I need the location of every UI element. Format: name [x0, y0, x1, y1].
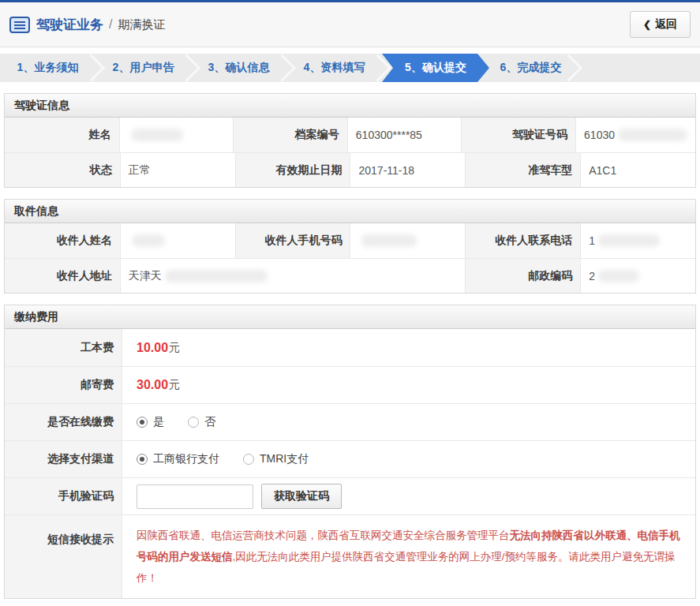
- step-6-complete-submit[interactable]: 6、完成提交: [477, 54, 573, 82]
- vehicle-class-value: A1C1: [580, 152, 695, 187]
- postage-fee-amount: 30.00: [137, 378, 168, 392]
- pay-channel-label: 选择支付渠道: [5, 440, 122, 477]
- step-1-business-notes[interactable]: 1、业务须知: [0, 54, 95, 82]
- license-number-value: 61030: [575, 118, 695, 152]
- postage-fee-label: 邮寄费: [5, 366, 122, 403]
- online-pay-no-label: 否: [204, 415, 215, 429]
- status-label: 状态: [5, 152, 120, 187]
- online-pay-options: 是 否: [122, 403, 695, 440]
- breadcrumb-separator: /: [109, 17, 112, 32]
- step-2-user-declaration[interactable]: 2、用户申告: [95, 54, 191, 82]
- recipient-mobile-value: [350, 223, 465, 258]
- pickup-info-row-1: 收件人姓名 收件人手机号码 收件人联系电话 1: [5, 223, 695, 258]
- step-3-confirm-info[interactable]: 3、确认信息: [191, 54, 286, 82]
- expiry-value: 2017-11-18: [350, 152, 465, 187]
- cost-fee-row: 工本费 10.00 元: [5, 329, 695, 366]
- pay-channel-option-icbc[interactable]: 工商银行支付: [137, 452, 219, 466]
- pay-channel-options: 工商银行支付 TMRI支付: [122, 440, 695, 477]
- redacted-blur: [598, 270, 639, 282]
- vehicle-class-label: 准驾车型: [465, 152, 580, 187]
- license-info-section: 驾驶证信息 姓名 档案编号 610300****85 驾驶证号码 61030 状…: [4, 93, 696, 188]
- expiry-label: 有效期止日期: [235, 152, 350, 187]
- license-info-row-1: 姓名 档案编号 610300****85 驾驶证号码 61030: [5, 118, 695, 152]
- pickup-info-row-2: 收件人地址 天津天 邮政编码 2: [5, 258, 695, 293]
- license-info-title: 驾驶证信息: [5, 94, 695, 118]
- page-title: 驾驶证业务: [36, 16, 103, 34]
- pickup-info-title: 取件信息: [5, 200, 695, 223]
- cost-fee-value: 10.00 元: [122, 329, 695, 366]
- pickup-info-section: 取件信息 收件人姓名 收件人手机号码 收件人联系电话 1 收件人地址 天津天 邮…: [4, 199, 696, 294]
- name-label: 姓名: [5, 118, 119, 152]
- radio-checked-icon[interactable]: [137, 417, 148, 428]
- recipient-address-value: 天津天: [120, 258, 466, 293]
- pay-channel-tmri-label: TMRI支付: [260, 452, 309, 466]
- cost-fee-unit: 元: [169, 341, 180, 355]
- back-button-label: 返回: [655, 17, 677, 32]
- radio-unchecked-icon[interactable]: [243, 454, 254, 465]
- step-5-confirm-submit[interactable]: 5、确认提交: [382, 54, 489, 82]
- online-pay-option-no[interactable]: 否: [188, 415, 215, 429]
- chevron-left-icon: ❮: [643, 19, 651, 30]
- payment-section: 缴纳费用 工本费 10.00 元 邮寄费 30.00 元 是否在线缴费 是 否 …: [4, 305, 696, 599]
- online-pay-option-yes[interactable]: 是: [137, 415, 164, 429]
- payment-title: 缴纳费用: [5, 305, 695, 329]
- recipient-mobile-label: 收件人手机号码: [235, 223, 350, 258]
- page-header: 驾驶证业务 / 期满换证 ❮ 返回: [0, 2, 700, 47]
- file-number-value: 610300****85: [347, 118, 462, 152]
- sms-notice-label: 短信接收提示: [5, 514, 122, 598]
- recipient-phone-value: 1: [580, 223, 695, 258]
- online-pay-row: 是否在线缴费 是 否: [5, 403, 695, 440]
- redacted-blur: [165, 270, 268, 282]
- sms-code-row: 手机验证码 获取验证码: [5, 477, 695, 514]
- file-number-label: 档案编号: [233, 118, 347, 152]
- postal-code-label: 邮政编码: [465, 258, 580, 293]
- status-value: 正常: [120, 152, 235, 187]
- redacted-blur: [131, 129, 183, 141]
- postage-fee-unit: 元: [169, 378, 180, 392]
- redacted-blur: [618, 129, 687, 141]
- online-pay-label: 是否在线缴费: [5, 403, 122, 440]
- name-value: [119, 118, 234, 152]
- postage-fee-value: 30.00 元: [122, 366, 695, 403]
- back-button[interactable]: ❮ 返回: [630, 11, 691, 38]
- radio-checked-icon[interactable]: [137, 454, 148, 465]
- license-number-label: 驾驶证号码: [461, 118, 575, 152]
- form-list-icon: [9, 17, 30, 33]
- cost-fee-amount: 10.00: [137, 341, 168, 355]
- step-progress-bar: 1、业务须知 2、用户申告 3、确认信息 4、资料填写 5、确认提交 6、完成提…: [0, 54, 700, 82]
- radio-unchecked-icon[interactable]: [188, 417, 199, 428]
- recipient-name-value: [120, 223, 235, 258]
- license-info-row-2: 状态 正常 有效期止日期 2017-11-18 准驾车型 A1C1: [5, 152, 695, 187]
- online-pay-yes-label: 是: [153, 415, 164, 429]
- redacted-blur: [361, 234, 417, 247]
- postal-code-value: 2: [580, 258, 695, 293]
- sms-notice-row: 短信接收提示 因陕西省联通、电信运营商技术问题，陕西省互联网交通安全综合服务管理…: [5, 514, 695, 598]
- recipient-name-label: 收件人姓名: [5, 223, 120, 258]
- sms-code-field: 获取验证码: [122, 477, 695, 514]
- redacted-blur: [132, 234, 165, 247]
- postage-fee-row: 邮寄费 30.00 元: [5, 366, 695, 403]
- pay-channel-row: 选择支付渠道 工商银行支付 TMRI支付: [5, 440, 695, 477]
- sms-code-input[interactable]: [137, 484, 253, 509]
- pay-channel-option-tmri[interactable]: TMRI支付: [243, 452, 309, 466]
- recipient-phone-label: 收件人联系电话: [465, 223, 580, 258]
- get-sms-code-button[interactable]: 获取验证码: [261, 484, 342, 509]
- pay-channel-icbc-label: 工商银行支付: [153, 452, 219, 466]
- sms-code-label: 手机验证码: [5, 477, 122, 514]
- breadcrumb-current: 期满换证: [118, 17, 165, 32]
- step-4-fill-materials[interactable]: 4、资料填写: [286, 54, 382, 82]
- cost-fee-label: 工本费: [5, 329, 122, 366]
- notice-segment-1: 因陕西省联通、电信运营商技术问题，陕西省互联网交通安全综合服务管理平台: [137, 529, 510, 541]
- redacted-blur: [598, 234, 660, 247]
- recipient-address-label: 收件人地址: [5, 258, 120, 293]
- sms-notice-text: 因陕西省联通、电信运营商技术问题，陕西省互联网交通安全综合服务管理平台无法向持陕…: [122, 514, 695, 598]
